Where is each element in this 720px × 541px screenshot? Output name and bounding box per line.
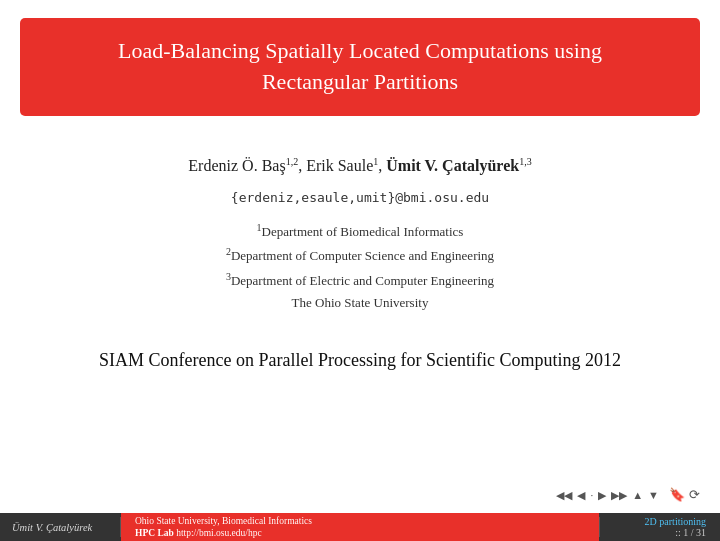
- footer-center: Ohio State University, Biomedical Inform…: [121, 513, 599, 541]
- slide: Load-Balancing Spatially Located Computa…: [0, 0, 720, 541]
- nav-next-icon[interactable]: ▶: [598, 489, 606, 502]
- content-area: Erdeniz Ö. Baş1,2, Erik Saule1, Ümit V. …: [0, 116, 720, 541]
- author3-name: Ümit V. Çatalyürek: [386, 157, 519, 174]
- title-line2: Rectangular Partitions: [262, 69, 458, 94]
- nav-first-icon[interactable]: ◀◀: [556, 489, 572, 502]
- author1-name: Erdeniz Ö. Baş: [188, 157, 285, 174]
- nav-dot: ·: [590, 489, 593, 501]
- footer-bar: Ümit V. Çatalyürek Ohio State University…: [0, 513, 720, 541]
- footer-right: 2D partitioning :: 1 / 31: [600, 513, 720, 541]
- footer-url: http://bmi.osu.edu/hpc: [174, 528, 262, 538]
- nav-area: ◀◀ ◀ · ▶ ▶▶ ▲ ▼ 🔖 ⟳: [556, 487, 700, 503]
- footer-author-name: Ümit V. Çatalyürek: [12, 522, 92, 533]
- affil3-text: Department of Electric and Computer Engi…: [231, 273, 494, 288]
- conference-section: SIAM Conference on Parallel Processing f…: [99, 348, 621, 373]
- affil-line1: 1Department of Biomedical Informatics: [226, 219, 494, 243]
- footer-hpclab-label: HPC Lab: [135, 528, 174, 538]
- nav-prev-icon[interactable]: ◀: [577, 489, 585, 502]
- footer-left: Ümit V. Çatalyürek: [0, 513, 120, 541]
- affil1-text: Department of Biomedical Informatics: [262, 224, 464, 239]
- title-bar: Load-Balancing Spatially Located Computa…: [20, 18, 700, 116]
- nav-icons: ◀◀ ◀ · ▶ ▶▶ ▲ ▼: [556, 489, 659, 502]
- affil2-text: Department of Computer Science and Engin…: [231, 249, 494, 264]
- affil-line4: The Ohio State University: [226, 292, 494, 314]
- footer-page-info: 2D partitioning :: 1 / 31: [645, 516, 706, 538]
- affiliations-section: 1Department of Biomedical Informatics 2D…: [226, 219, 494, 314]
- nav-last-icon[interactable]: ▶▶: [611, 489, 627, 502]
- affil-line2: 2Department of Computer Science and Engi…: [226, 243, 494, 267]
- footer-page-number: :: 1 / 31: [645, 527, 706, 538]
- special-nav-icons: 🔖 ⟳: [669, 487, 700, 503]
- author2-sup: 1: [373, 156, 378, 167]
- footer-center-line1: Ohio State University, Biomedical Inform…: [135, 515, 585, 527]
- nav-down-icon[interactable]: ▼: [648, 489, 659, 501]
- footer-center-line2: HPC Lab http://bmi.osu.edu/hpc: [135, 527, 585, 539]
- title-text: Load-Balancing Spatially Located Computa…: [50, 36, 670, 98]
- authors-section: Erdeniz Ö. Baş1,2, Erik Saule1, Ümit V. …: [188, 154, 531, 178]
- affil-line3: 3Department of Electric and Computer Eng…: [226, 268, 494, 292]
- email-section: {erdeniz,esaule,umit}@bmi.osu.edu: [231, 190, 489, 205]
- nav-up-icon[interactable]: ▲: [632, 489, 643, 501]
- email-text: {erdeniz,esaule,umit}@bmi.osu.edu: [231, 190, 489, 205]
- affil4-text: The Ohio State University: [292, 295, 429, 310]
- author1-sup: 1,2: [286, 156, 299, 167]
- author3-sup: 1,3: [519, 156, 532, 167]
- footer-section-label: 2D partitioning: [645, 516, 706, 527]
- search-icon[interactable]: ⟳: [689, 487, 700, 503]
- author2-name: Erik Saule: [306, 157, 373, 174]
- bookmark-icon[interactable]: 🔖: [669, 487, 685, 503]
- title-line1: Load-Balancing Spatially Located Computa…: [118, 38, 602, 63]
- conference-text: SIAM Conference on Parallel Processing f…: [99, 350, 621, 370]
